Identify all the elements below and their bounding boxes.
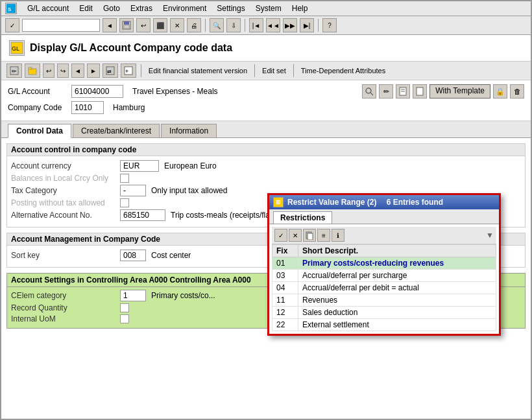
popup-toolbar: ✓ ✕ ≡ ℹ ▼ [272,227,496,244]
tab-information[interactable]: Information [161,124,217,137]
toolbar2: ✏ ↩ ↪ ◄ ► ⇄ + Edit financial statement v… [1,62,531,80]
next-page-btn[interactable]: ▶▶ [283,18,297,32]
cancel-btn[interactable]: ✕ [170,18,184,32]
prev-page-btn[interactable]: ◄◄ [266,18,280,32]
svg-text:S: S [8,6,12,12]
internal-uom-checkbox[interactable] [120,314,129,323]
posting-tax-checkbox[interactable] [120,198,129,207]
tab-create-bank-interest[interactable]: Create/bank/interest [73,124,160,137]
display-change-btn[interactable]: ⇄ [103,64,118,78]
tax-category-desc: Only input tax allowed [151,186,227,195]
undo-btn[interactable]: ↩ [43,64,54,78]
gl-account-label: G/L Account [8,87,66,96]
with-template-button[interactable]: With Template [429,84,490,99]
popup-table-row[interactable]: 22External settlement [272,319,496,331]
menu-goto[interactable]: Goto [103,4,120,13]
local-crcy-checkbox[interactable] [120,174,129,183]
sep-t4 [293,64,294,77]
record-qty-checkbox[interactable] [120,303,129,312]
celem-label: CElem category [11,291,115,300]
nav-prev-btn[interactable]: ◄ [71,64,84,78]
popup-check-btn[interactable]: ✓ [274,229,287,242]
popup-table-row[interactable]: 11Revenues [272,294,496,307]
lookup-btn[interactable] [362,84,376,99]
lock-btn[interactable]: 🔒 [493,84,507,99]
menu-help[interactable]: Help [292,4,308,13]
popup-table-row[interactable]: 04Accrual/deferral per debit = actual [272,282,496,294]
check-btn[interactable]: ✓ [5,18,19,32]
edit-mode-btn[interactable]: ✏ [6,64,22,78]
currency-desc: European Euro [164,161,217,170]
popup-table-row[interactable]: 12Sales deduction [272,307,496,319]
pencil-btn[interactable]: ✏ [379,84,393,99]
tab-control-data[interactable]: Control Data [8,124,71,138]
company-code-value[interactable]: 1010 [71,101,104,114]
svg-rect-4 [124,25,129,29]
redo-btn[interactable]: ↪ [57,64,69,78]
main-toolbar: ✓ ◄ ↩ ⬛ ✕ 🖨 🔍 ⇩ |◄ ◄◄ ▶▶ ▶| ? [1,16,531,35]
doc-btn[interactable] [396,84,410,99]
first-btn[interactable]: |◄ [249,18,263,32]
find-next-btn[interactable]: ⇩ [226,18,241,32]
save-btn[interactable] [119,18,134,32]
nav-next-btn[interactable]: ► [87,64,100,78]
print-btn[interactable]: 🖨 [187,18,201,32]
find-btn[interactable]: 🔍 [210,18,224,32]
prev-btn[interactable]: ◄ [103,18,117,32]
menu-edit[interactable]: Edit [79,4,93,13]
popup-table-row[interactable]: 03Accrual/deferral per surcharge [272,270,496,282]
popup-fix-cell: 11 [272,294,298,307]
menu-system[interactable]: System [256,4,282,13]
popup-table-row[interactable]: 01Primary costs/cost-reducing revenues [272,257,496,270]
main-content: Account control in company code Account … [1,138,531,419]
alt-account-label: Alternative Account No. [11,211,115,220]
sort-key-value[interactable]: 008 [120,250,146,261]
folder-btn[interactable] [25,64,40,78]
popup-list-btn[interactable]: ≡ [317,229,330,242]
help-btn[interactable]: ? [322,18,337,32]
menu-environment[interactable]: Environment [163,4,206,13]
sep3 [318,19,319,32]
popup-fix-cell: 22 [272,319,298,331]
popup-desc-cell: Sales deduction [298,307,496,319]
tax-category-value[interactable]: - [120,185,146,196]
page-title: Display G/L Account Company code data [30,42,232,54]
time-dependent-btn[interactable]: Time-Dependent Attributes [301,67,385,75]
sep-t2 [141,64,141,77]
gl-account-value[interactable]: 61004000 [71,85,123,98]
celem-value[interactable]: 1 [120,290,146,301]
internal-uom-label: Internal UoM [11,314,115,323]
popup-table: Fix Short Descript. 01Primary costs/cost… [272,244,496,331]
gl-icon: GL [9,40,25,56]
exit-btn[interactable]: ⬛ [153,18,167,32]
alt-account-value[interactable]: 685150 [120,209,165,221]
popup-copy-btn[interactable] [303,229,316,242]
col-fix-header: Fix [272,245,298,257]
doc2-btn[interactable] [413,84,427,99]
svg-line-16 [370,93,373,95]
popup-desc-cell: External settlement [298,319,496,331]
sep-t3 [254,64,255,77]
popup-tab-restrictions[interactable]: Restrictions [273,211,332,224]
currency-value[interactable]: EUR [120,160,159,172]
menu-gl-account[interactable]: G/L account [27,4,69,13]
menu-extras[interactable]: Extras [130,4,152,13]
local-crcy-label: Balances in Local Crcy Only [11,174,115,183]
edit-set-btn[interactable]: Edit set [262,67,286,75]
popup-x-btn[interactable]: ✕ [289,229,302,242]
menu-settings[interactable]: Settings [217,4,245,13]
trash-btn[interactable]: 🗑 [510,84,524,99]
popup-content: ✓ ✕ ≡ ℹ ▼ Fix Short Descript. [269,224,499,334]
command-input[interactable] [22,19,100,32]
currency-label: Account currency [11,161,115,170]
main-window: S G/L account Edit Goto Extras Environme… [0,0,532,420]
template-area: ✏ With Template 🔒 🗑 [362,84,524,99]
back-btn[interactable]: ↩ [136,18,151,32]
last-btn[interactable]: ▶| [300,18,314,32]
new-btn[interactable]: + [121,64,136,78]
edit-financial-btn[interactable]: Edit financial statement version [149,67,247,75]
svg-text:✏: ✏ [12,68,17,75]
popup-info-btn[interactable]: ℹ [332,229,345,242]
popup-entries-found: 6 Entries found [387,198,443,207]
svg-point-15 [366,88,371,93]
